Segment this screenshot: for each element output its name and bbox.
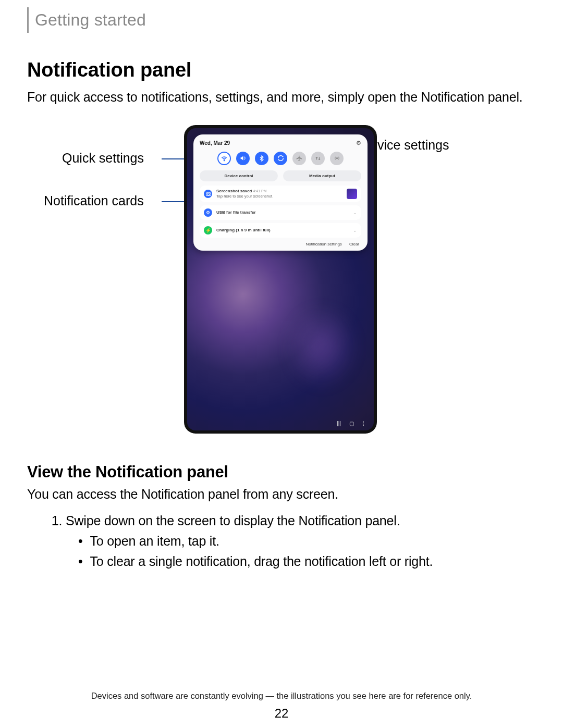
airplane-icon[interactable] [292,152,306,165]
panel-header: Wed, Mar 29 ⚙ [200,140,361,146]
step-item: Swipe down on the screen to display the … [66,513,534,569]
home-icon[interactable]: ▢ [349,421,354,426]
panel-date: Wed, Mar 29 [200,140,230,146]
card-text: Screenshot saved4:41 PM Tap here to see … [216,189,342,199]
notification-panel: Wed, Mar 29 ⚙ Device control [193,134,368,251]
sub-intro: You can access the Notification panel fr… [27,487,534,502]
quick-settings-row [200,152,361,165]
footer-note: Devices and software are constantly evol… [0,691,563,701]
charging-icon: ⚡ [204,226,212,235]
notification-card[interactable]: ⚡ Charging (1 h 9 m until full) ⌄ [200,223,361,238]
callout-quick-settings: Quick settings [62,151,144,166]
subheading: View the Notification panel [27,463,534,482]
wifi-icon[interactable] [217,152,231,165]
back-icon[interactable]: ⟨ [362,421,364,426]
svg-point-1 [336,158,337,159]
rotation-icon[interactable] [274,152,287,165]
device-control-pill[interactable]: Device control [200,170,278,181]
media-output-pill[interactable]: Media output [283,170,361,181]
gear-icon[interactable]: ⚙ [356,140,361,146]
breadcrumb: Getting started [27,7,534,33]
figure-area: Quick settings Notification cards Device… [27,125,534,448]
hotspot-icon[interactable] [330,152,344,165]
pill-row: Device control Media output [200,170,361,181]
data-icon[interactable] [311,152,325,165]
breadcrumb-text: Getting started [35,10,534,30]
notification-card[interactable]: 🖼 Screenshot saved4:41 PM Tap here to se… [200,186,361,202]
sound-icon[interactable] [236,152,250,165]
callout-notification-cards: Notification cards [44,193,144,208]
steps-list: Swipe down on the screen to display the … [27,513,534,569]
bullet-item: To open an item, tap it. [78,534,534,549]
card-text: Charging (1 h 9 m until full) [216,228,349,233]
clear-link[interactable]: Clear [349,242,359,246]
step-text: Swipe down on the screen to display the … [66,513,400,528]
usb-icon: ⚙ [204,208,212,217]
tablet-frame: Wed, Mar 29 ⚙ Device control [184,125,377,434]
bullet-item: To clear a single notification, drag the… [78,554,534,569]
screenshot-thumb [347,189,357,199]
bluetooth-icon[interactable] [255,152,268,165]
svg-point-0 [224,160,224,161]
card-text: USB for file transfer [216,210,349,215]
recent-apps-icon[interactable]: ||| [337,421,341,426]
tablet-screen: Wed, Mar 29 ⚙ Device control [187,128,374,430]
notification-settings-link[interactable]: Notification settings [306,242,342,246]
bullet-list: To open an item, tap it. To clear a sing… [66,534,534,569]
page-title: Notification panel [27,59,534,81]
page-number: 22 [0,706,563,721]
screenshot-icon: 🖼 [204,190,212,198]
chevron-down-icon: ⌄ [353,210,357,215]
panel-actions: Notification settings Clear [200,241,361,246]
chevron-down-icon: ⌄ [353,228,357,233]
intro-paragraph: For quick access to notifications, setti… [27,89,534,106]
notification-card[interactable]: ⚙ USB for file transfer ⌄ [200,205,361,220]
nav-bar: ||| ▢ ⟨ [337,421,364,426]
